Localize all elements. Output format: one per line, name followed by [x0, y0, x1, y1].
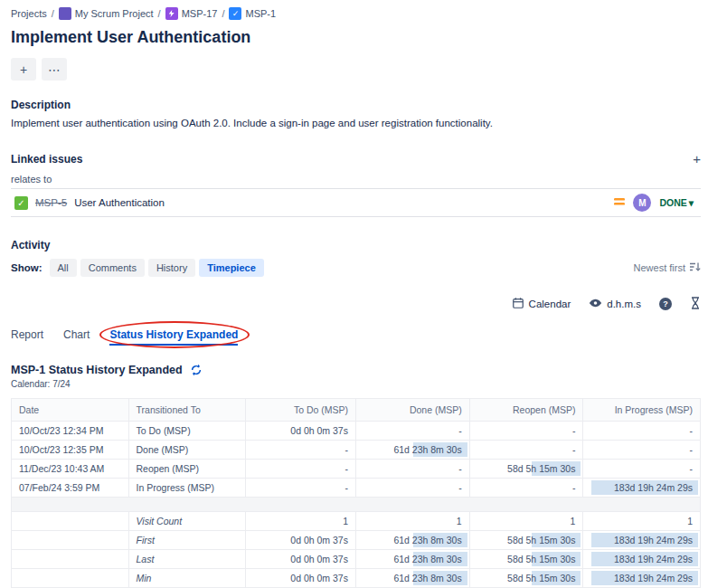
activity-heading: Activity — [11, 239, 701, 251]
duration-cell: - — [469, 441, 583, 460]
linked-issue-summary[interactable]: User Authentication — [74, 197, 165, 208]
date-cell: 11/Dec/23 10:43 AM — [12, 460, 129, 479]
duration-cell: 58d 5h 15m 30s — [469, 569, 583, 588]
duration-value: 0d 0h 0m 37s — [290, 535, 348, 545]
epic-icon — [165, 7, 178, 20]
date-cell-empty — [12, 531, 129, 550]
tab-holder: Chart — [63, 326, 90, 346]
duration-value: - — [458, 482, 462, 493]
filter-all[interactable]: All — [50, 259, 77, 277]
summary-row: Visit Count1111 — [12, 512, 701, 531]
breadcrumb-item[interactable]: MSP-17 — [165, 7, 218, 20]
duration-cell: - — [355, 422, 469, 441]
duration-value: 1 — [571, 516, 576, 526]
sort-order-button[interactable]: Newest first — [634, 261, 701, 274]
table-body: 10/Oct/23 12:34 PMTo Do (MSP)0d 0h 0m 37… — [12, 422, 701, 588]
page-title: Implement User Authentication — [11, 28, 701, 47]
status-dropdown[interactable]: DONE▾ — [659, 197, 694, 208]
duration-cell: 1 — [355, 512, 469, 531]
date-cell-empty — [12, 569, 129, 588]
summary-row: Min0d 0h 0m 37s61d 23h 8m 30s58d 5h 15m … — [12, 569, 701, 588]
duration-cell: 61d 23h 8m 30s — [355, 550, 469, 569]
filter-comments[interactable]: Comments — [80, 259, 145, 277]
duration-cell: - — [583, 422, 701, 441]
column-header: Date — [12, 399, 129, 422]
duration-value: 58d 5h 15m 30s — [507, 463, 575, 474]
add-link-icon[interactable]: + — [693, 152, 701, 166]
duration-value: - — [690, 463, 694, 474]
add-button[interactable]: + — [11, 58, 36, 81]
more-actions-button[interactable]: ⋯ — [42, 58, 67, 81]
breadcrumb-item[interactable]: Projects — [11, 8, 47, 19]
duration-cell: 0d 0h 0m 37s — [246, 569, 356, 588]
calendar-button[interactable]: Calendar — [512, 297, 571, 311]
linked-issue-row[interactable]: ✓ MSP-5 User Authentication M DONE▾ — [11, 188, 701, 217]
help-icon[interactable]: ? — [659, 298, 672, 310]
assignee-avatar[interactable]: M — [633, 194, 651, 212]
duration-value: - — [458, 463, 462, 474]
table-row: 11/Dec/23 10:43 AMReopen (MSP)--58d 5h 1… — [12, 460, 701, 479]
status-history-table: DateTransitioned ToTo Do (MSP)Done (MSP)… — [11, 398, 701, 588]
duration-cell: - — [469, 479, 583, 498]
link-relation-label: relates to — [11, 174, 701, 185]
column-header: Reopen (MSP) — [469, 399, 583, 422]
transition-cell: To Do (MSP) — [128, 422, 246, 441]
table-header-row: DateTransitioned ToTo Do (MSP)Done (MSP)… — [12, 399, 701, 422]
report-tabs: ReportChartStatus History Expanded — [11, 326, 701, 346]
tab-report[interactable]: Report — [11, 326, 43, 346]
calendar-icon — [512, 297, 524, 311]
tab-status-history-expanded[interactable]: Status History Expanded — [109, 326, 238, 346]
description-heading: Description — [11, 99, 701, 111]
timepiece-toolbar: Calendar d.h.m.s ? — [11, 297, 701, 311]
sort-icon — [689, 261, 701, 274]
duration-cell: 0d 0h 0m 37s — [246, 531, 356, 550]
duration-cell: - — [355, 479, 469, 498]
duration-cell: 58d 5h 15m 30s — [469, 460, 583, 479]
breadcrumb-separator: / — [52, 8, 54, 19]
duration-value: 1 — [687, 516, 693, 526]
summary-row: Last0d 0h 0m 37s61d 23h 8m 30s58d 5h 15m… — [12, 550, 701, 569]
breadcrumb-label: Projects — [11, 8, 47, 19]
breadcrumb-item[interactable]: ✓MSP-1 — [229, 7, 276, 20]
date-cell: 10/Oct/23 12:34 PM — [12, 422, 129, 441]
duration-value: - — [345, 463, 348, 474]
tab-holder: Status History Expanded — [109, 326, 238, 346]
duration-cell: 1 — [246, 512, 356, 531]
breadcrumb-label: MSP-1 — [245, 8, 276, 19]
refresh-icon[interactable] — [190, 364, 203, 376]
filter-timepiece[interactable]: Timepiece — [199, 259, 264, 277]
summary-label-cell: First — [128, 531, 246, 550]
eye-icon — [589, 298, 602, 310]
date-cell-empty — [12, 512, 129, 531]
transition-cell: In Progress (MSP) — [128, 479, 246, 498]
duration-cell: - — [246, 479, 356, 498]
linked-issue-key[interactable]: MSP-5 — [35, 197, 67, 208]
duration-cell: 61d 23h 8m 30s — [355, 569, 469, 588]
breadcrumb-label: MSP-17 — [182, 8, 218, 19]
task-icon: ✓ — [229, 7, 241, 20]
duration-cell: 61d 23h 8m 30s — [355, 441, 469, 460]
filter-history[interactable]: History — [148, 259, 195, 277]
duration-cell: 1 — [469, 512, 583, 531]
bolt-glyph — [169, 10, 175, 17]
summary-label-cell: Min — [128, 569, 246, 588]
breadcrumb-separator: / — [222, 8, 224, 19]
duration-cell: - — [246, 441, 356, 460]
duration-value: - — [572, 482, 576, 493]
priority-medium-icon — [614, 197, 625, 208]
breadcrumb-label: My Scrum Project — [75, 8, 154, 19]
display-format-button[interactable]: d.h.m.s — [589, 298, 641, 310]
transition-cell: Reopen (MSP) — [128, 460, 246, 479]
table-row: 07/Feb/24 3:59 PMIn Progress (MSP)---183… — [12, 479, 701, 498]
tab-chart[interactable]: Chart — [63, 326, 90, 346]
breadcrumb-item[interactable]: My Scrum Project — [59, 7, 154, 20]
duration-value: 58d 5h 15m 30s — [507, 535, 575, 545]
duration-value: 0d 0h 0m 37s — [290, 573, 348, 583]
project-avatar-icon — [59, 7, 71, 20]
duration-cell: - — [469, 422, 583, 441]
duration-value: 0d 0h 0m 37s — [290, 554, 348, 564]
table-row: 10/Oct/23 12:35 PMDone (MSP)-61d 23h 8m … — [12, 441, 701, 460]
duration-value: - — [345, 482, 348, 493]
hourglass-icon[interactable] — [690, 297, 701, 311]
date-cell: 07/Feb/24 3:59 PM — [12, 479, 129, 498]
